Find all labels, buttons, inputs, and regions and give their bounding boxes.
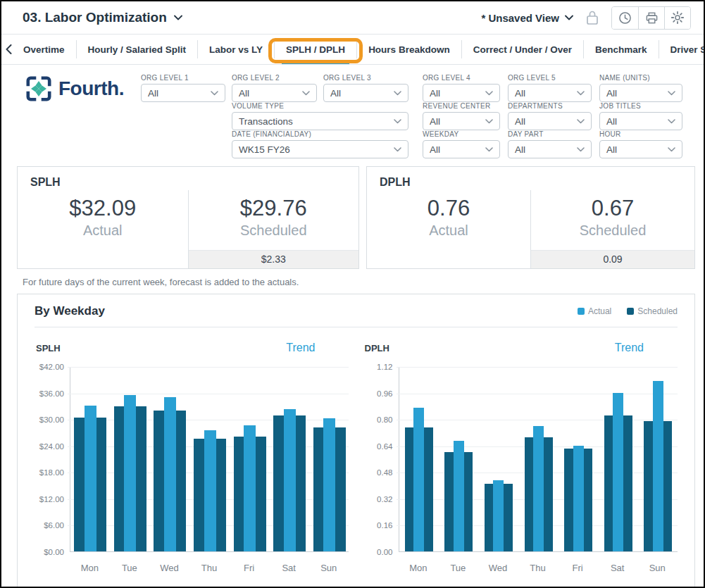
chart-title: DPLH [365, 343, 389, 354]
legend-item-scheduled[interactable]: Scheduled [627, 306, 678, 316]
y-axis-tick-label: $24.00 [35, 442, 64, 451]
filter-value: Transactions [239, 116, 293, 127]
filter-panel: Fourth. ORG LEVEL 1AllORG LEVEL 2AllORG … [1, 65, 704, 163]
print-button[interactable] [638, 7, 664, 29]
filter-label: DAY PART [508, 130, 592, 138]
chevron-left-icon [6, 44, 12, 54]
bar-actual-tue[interactable] [454, 441, 464, 551]
filter-select-weekday[interactable]: All [423, 140, 500, 158]
filter-value: WK15 FY26 [239, 144, 290, 155]
bar-actual-wed[interactable] [493, 480, 504, 551]
bar-actual-fri[interactable] [573, 446, 584, 551]
settings-button[interactable] [664, 7, 690, 29]
filter-field-org-level-5: ORG LEVEL 5All [508, 74, 592, 102]
page-title-menu[interactable]: 03. Labor Optimization [23, 10, 182, 25]
filter-select-org-level-3[interactable]: All [323, 84, 408, 102]
bar-actual-sat[interactable] [613, 393, 623, 551]
x-axis-tick-label: Tue [440, 563, 475, 573]
splh-actual-value: $32.09 [69, 196, 136, 221]
dplh-scheduled-label: Scheduled [580, 223, 647, 239]
filter-select-revenue-center[interactable]: All [423, 112, 500, 130]
filter-label: JOB TITLES [599, 102, 682, 110]
chevron-down-icon [211, 91, 218, 96]
chevron-down-icon [668, 91, 675, 96]
filter-select-org-level-4[interactable]: All [423, 84, 500, 102]
filter-label: REVENUE CENTER [423, 102, 500, 110]
tab-labor-vs-ly[interactable]: Labor vs LY [198, 35, 274, 64]
filter-field-job-titles: JOB TITLESAll [599, 102, 682, 130]
y-axis-tick-label: 0.80 [363, 415, 393, 424]
dplh-scheduled-value: 0.67 [592, 196, 634, 221]
filter-label: HOUR [599, 130, 682, 138]
filter-select-org-level-2[interactable]: All [232, 84, 317, 102]
filter-value: All [430, 88, 440, 99]
gridline [68, 420, 349, 420]
filter-select-hour[interactable]: All [599, 140, 682, 158]
filter-select-job-titles[interactable]: All [599, 112, 682, 130]
y-axis-tick-label: $42.00 [35, 363, 64, 371]
tabs-scroll-left-button[interactable] [6, 35, 12, 64]
bar-actual-sun[interactable] [653, 381, 663, 551]
dplh-trend-link[interactable]: Trend [615, 342, 644, 354]
filter-select-date-financialday[interactable]: WK15 FY26 [232, 140, 408, 158]
filter-field-org-level-4: ORG LEVEL 4All [423, 74, 500, 102]
x-axis-tick-label: Fri [560, 563, 595, 573]
tab-bar: OvertimeHourly / Salaried SplitLabor vs … [1, 34, 704, 65]
filter-select-org-level-5[interactable]: All [508, 84, 592, 102]
filter-select-day-part[interactable]: All [508, 140, 592, 158]
y-axis-tick-label: $0.00 [35, 548, 64, 556]
legend-item-actual[interactable]: Actual [578, 306, 611, 316]
tab-label: Benchmark [595, 44, 647, 55]
gridline [68, 367, 349, 368]
tab-splh-dplh[interactable]: SPLH / DPLH [275, 35, 356, 64]
bar-actual-sat[interactable] [284, 409, 296, 551]
history-button[interactable] [612, 7, 638, 29]
gridline [397, 367, 678, 368]
tab-label: Overtime [23, 44, 65, 55]
chevron-down-icon [174, 15, 182, 20]
tab-overtime[interactable]: Overtime [12, 35, 76, 64]
filter-label: NAME (UNITS) [599, 74, 682, 82]
filter-select-volume-type[interactable]: Transactions [232, 112, 408, 130]
bar-actual-sun[interactable] [323, 418, 335, 551]
tab-label: Correct / Under / Over [473, 44, 572, 55]
filter-select-name-units[interactable]: All [599, 84, 682, 102]
filter-label: ORG LEVEL 2 [232, 74, 317, 82]
bar-actual-mon[interactable] [85, 406, 96, 551]
bar-actual-mon[interactable] [413, 408, 424, 551]
tab-driver-side-by-side-analysis[interactable]: Driver Side by Side Analysis [659, 35, 705, 64]
tab-hourly-salaried-split[interactable]: Hourly / Salaried Split [77, 35, 198, 64]
filter-value: All [606, 144, 617, 155]
view-selector[interactable]: * Unsaved View [481, 12, 573, 24]
chevron-down-icon [394, 147, 401, 152]
forecast-note: For future days of the current week, for… [23, 277, 704, 287]
clock-icon [618, 11, 632, 25]
filter-select-departments[interactable]: All [508, 112, 592, 130]
tab-correct-under-over[interactable]: Correct / Under / Over [462, 35, 583, 64]
chevron-down-icon [668, 119, 675, 124]
x-axis-tick-label: Mon [72, 563, 107, 573]
x-axis-tick-label: Sat [271, 563, 306, 573]
filter-label: WEEKDAY [423, 130, 500, 138]
chevron-down-icon [577, 119, 585, 124]
tab-label: Hourly / Salaried Split [88, 44, 187, 55]
filter-value: All [515, 88, 525, 99]
kpi-cards: SPLH $32.09 Actual $29.76 Scheduled $2.3… [17, 166, 695, 269]
bar-actual-thu[interactable] [204, 430, 216, 551]
bar-actual-wed[interactable] [164, 397, 176, 551]
tab-benchmark[interactable]: Benchmark [584, 35, 659, 64]
gridline [397, 394, 678, 394]
bar-actual-thu[interactable] [533, 426, 544, 551]
chevron-down-icon [394, 119, 401, 124]
bar-actual-fri[interactable] [244, 425, 256, 551]
app-window: 03. Labor Optimization * Unsaved View [0, 0, 705, 588]
bar-actual-tue[interactable] [124, 395, 136, 551]
filter-value: All [430, 116, 440, 127]
splh-trend-link[interactable]: Trend [286, 342, 315, 354]
filter-label: DEPARTMENTS [508, 102, 592, 110]
filter-value: All [148, 88, 158, 99]
topbar: 03. Labor Optimization * Unsaved View [1, 1, 704, 34]
tab-hours-breakdown[interactable]: Hours Breakdown [357, 35, 461, 64]
filter-select-org-level-1[interactable]: All [141, 84, 225, 102]
card-title: SPLH [18, 167, 358, 189]
